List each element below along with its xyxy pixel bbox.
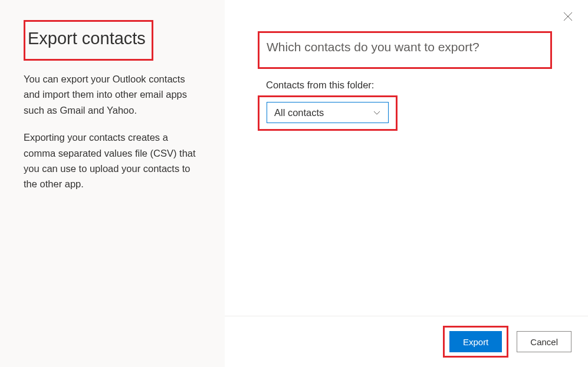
- cancel-button[interactable]: Cancel: [517, 331, 571, 352]
- dialog-footer: Export Cancel: [225, 316, 588, 367]
- export-button[interactable]: Export: [449, 331, 502, 352]
- main-content: Which contacts do you want to export? Co…: [225, 0, 588, 316]
- folder-label: Contacts from this folder:: [266, 80, 555, 91]
- dialog-title: Export contacts: [28, 29, 146, 48]
- highlight-box-dropdown: All contacts: [258, 95, 398, 131]
- close-icon: [563, 12, 573, 21]
- highlight-box-title: Export contacts: [24, 20, 153, 61]
- folder-dropdown-value: All contacts: [274, 107, 324, 118]
- side-panel: Export contacts You can export your Outl…: [0, 0, 225, 367]
- chevron-down-icon: [373, 108, 381, 117]
- highlight-box-heading: Which contacts do you want to export?: [258, 31, 552, 69]
- highlight-box-export: Export: [443, 326, 508, 358]
- main-heading: Which contacts do you want to export?: [267, 40, 479, 54]
- dialog-description-2: Exporting your contacts creates a comma …: [24, 130, 201, 192]
- folder-dropdown[interactable]: All contacts: [267, 102, 389, 123]
- main-panel: Which contacts do you want to export? Co…: [225, 0, 588, 367]
- dialog-description-1: You can export your Outlook contacts and…: [24, 71, 201, 118]
- close-button[interactable]: [563, 12, 575, 24]
